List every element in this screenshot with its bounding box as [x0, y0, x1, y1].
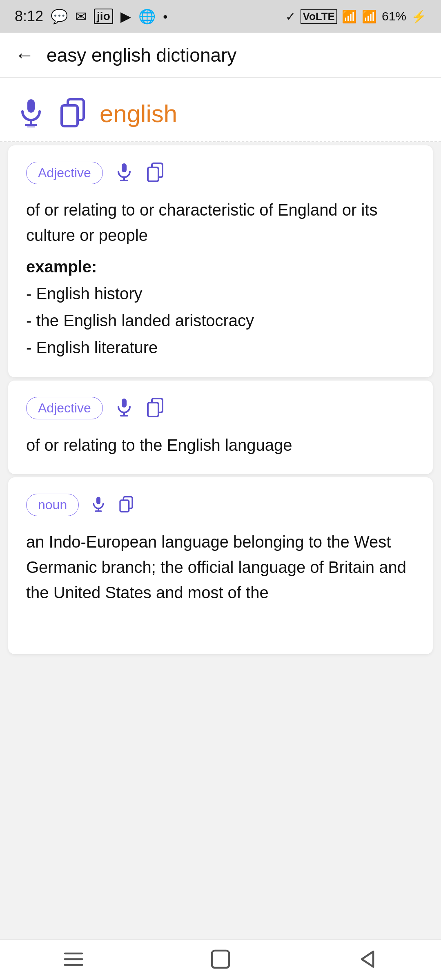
- card-2-header: Adjective: [26, 397, 415, 419]
- message-icon: ✉: [75, 8, 87, 24]
- svg-rect-6: [122, 163, 127, 172]
- back-triangle-icon[interactable]: [356, 948, 379, 972]
- main-content: english Adjective of or relating to or c: [0, 78, 441, 654]
- jio-icon: jio: [94, 9, 113, 24]
- examples-list-1: - English history - the English landed a…: [26, 280, 415, 361]
- svg-rect-0: [27, 99, 35, 113]
- svg-rect-16: [96, 497, 100, 504]
- whatsapp-icon: 💬: [51, 8, 68, 24]
- volte-icon: VoLTE: [301, 9, 336, 24]
- definition-card-1: Adjective of or relating to or character…: [8, 145, 433, 377]
- svg-rect-15: [148, 403, 158, 416]
- card-1-copy-icon[interactable]: [145, 163, 165, 184]
- definition-text-2: of or relating to the English language: [26, 432, 415, 458]
- card-1-mic-icon[interactable]: [114, 163, 134, 184]
- app-title: easy english dictionary: [47, 44, 236, 66]
- bluetooth-icon: ✓: [285, 9, 296, 24]
- status-bar: 8:12 💬 ✉ jio ▶ 🌐 ● ✓ VoLTE 📶 📶 61% ⚡: [0, 0, 441, 33]
- card-1-header: Adjective: [26, 162, 415, 184]
- app-toolbar: ← easy english dictionary: [0, 33, 441, 78]
- card-3-mic-icon[interactable]: [90, 496, 107, 514]
- signal-icon-1: 📶: [342, 9, 357, 24]
- time-display: 8:12: [15, 8, 43, 25]
- svg-rect-10: [148, 167, 158, 181]
- definition-card-3: noun an Indo-European language belonging…: [8, 477, 433, 654]
- menu-icon[interactable]: [62, 948, 85, 972]
- microphone-icon[interactable]: [16, 98, 46, 129]
- svg-rect-20: [120, 500, 129, 512]
- part-of-speech-badge-2: Adjective: [26, 397, 103, 419]
- example-item-1-0: - English history: [26, 280, 415, 307]
- example-item-1-1: - the English landed aristocracy: [26, 307, 415, 334]
- app-icon: 🌐: [138, 8, 156, 24]
- battery-icon: ⚡: [411, 9, 426, 24]
- part-of-speech-badge-3: noun: [26, 494, 79, 516]
- card-3-header: noun: [26, 494, 415, 516]
- card-3-copy-icon[interactable]: [118, 496, 134, 514]
- svg-rect-5: [62, 105, 78, 126]
- card-2-copy-icon[interactable]: [145, 398, 165, 419]
- copy-icon[interactable]: [58, 98, 87, 129]
- status-right-area: ✓ VoLTE 📶 📶 61% ⚡: [285, 9, 426, 24]
- word-title: english: [100, 100, 177, 128]
- play-icon: ▶: [120, 8, 131, 24]
- part-of-speech-badge-1: Adjective: [26, 162, 103, 184]
- battery-percentage: 61%: [382, 9, 406, 23]
- example-label-1: example:: [26, 258, 415, 276]
- definition-text-3: an Indo-European language belonging to t…: [26, 529, 415, 605]
- word-header: english: [0, 78, 441, 142]
- card-2-mic-icon[interactable]: [114, 398, 134, 419]
- svg-marker-25: [362, 951, 373, 967]
- dot-icon: ●: [163, 12, 168, 21]
- home-square-icon[interactable]: [209, 948, 232, 972]
- status-time-area: 8:12 💬 ✉ jio ▶ 🌐 ●: [15, 8, 168, 25]
- svg-rect-24: [212, 951, 229, 968]
- back-button[interactable]: ←: [15, 44, 34, 66]
- definition-card-2: Adjective of or relating to the English …: [8, 381, 433, 474]
- bottom-navigation: [0, 939, 441, 980]
- signal-icon-2: 📶: [362, 9, 377, 24]
- svg-rect-11: [122, 399, 127, 408]
- example-item-1-2: - English literature: [26, 334, 415, 361]
- definition-text-1: of or relating to or characteristic of E…: [26, 197, 415, 248]
